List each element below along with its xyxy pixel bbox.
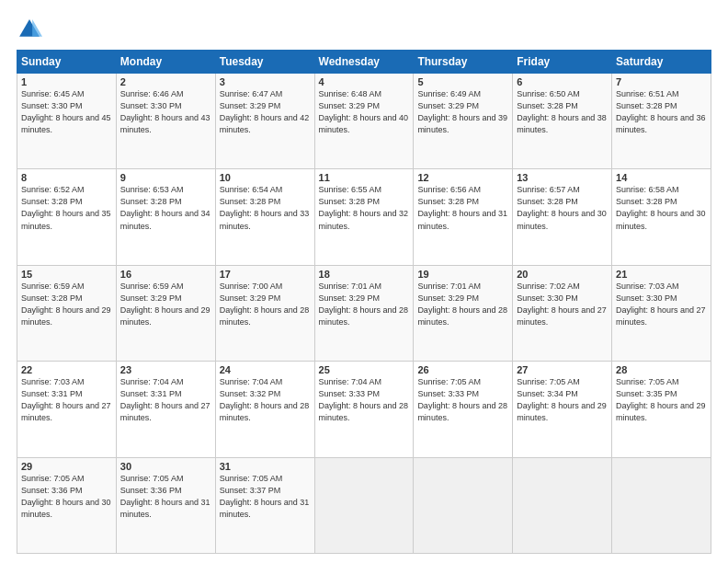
- svg-marker-1: [32, 19, 42, 37]
- calendar-cell: 11 Sunrise: 6:55 AM Sunset: 3:28 PM Dayl…: [314, 169, 414, 265]
- day-info: Sunrise: 6:55 AM Sunset: 3:28 PM Dayligh…: [319, 184, 410, 232]
- day-info: Sunrise: 7:03 AM Sunset: 3:30 PM Dayligh…: [616, 281, 707, 328]
- calendar-cell: 13 Sunrise: 6:57 AM Sunset: 3:28 PM Dayl…: [513, 169, 612, 265]
- day-info: Sunrise: 7:01 AM Sunset: 3:29 PM Dayligh…: [319, 281, 410, 328]
- calendar-cell: 3 Sunrise: 6:47 AM Sunset: 3:29 PM Dayli…: [215, 74, 314, 169]
- calendar-cell: 8 Sunrise: 6:52 AM Sunset: 3:28 PM Dayli…: [17, 169, 117, 265]
- page: SundayMondayTuesdayWednesdayThursdayFrid…: [0, 0, 728, 563]
- calendar-week-row: 1 Sunrise: 6:45 AM Sunset: 3:30 PM Dayli…: [17, 74, 711, 169]
- calendar-day-header: Sunday: [17, 51, 117, 74]
- calendar-week-row: 29 Sunrise: 7:05 AM Sunset: 3:36 PM Dayl…: [17, 457, 711, 553]
- day-info: Sunrise: 6:48 AM Sunset: 3:29 PM Dayligh…: [319, 88, 410, 136]
- calendar-cell: 12 Sunrise: 6:56 AM Sunset: 3:28 PM Dayl…: [414, 169, 513, 265]
- day-info: Sunrise: 6:49 AM Sunset: 3:29 PM Dayligh…: [417, 88, 508, 136]
- day-number: 6: [517, 76, 608, 87]
- calendar-cell: [314, 457, 414, 553]
- calendar-cell: 20 Sunrise: 7:02 AM Sunset: 3:30 PM Dayl…: [513, 265, 612, 361]
- calendar-cell: 25 Sunrise: 7:04 AM Sunset: 3:33 PM Dayl…: [314, 362, 414, 457]
- calendar-cell: 26 Sunrise: 7:05 AM Sunset: 3:33 PM Dayl…: [414, 362, 513, 457]
- calendar-day-header: Tuesday: [215, 51, 314, 74]
- day-number: 12: [417, 172, 508, 183]
- day-info: Sunrise: 7:04 AM Sunset: 3:31 PM Dayligh…: [120, 376, 211, 424]
- calendar-cell: 24 Sunrise: 7:04 AM Sunset: 3:32 PM Dayl…: [215, 362, 314, 457]
- calendar-cell: 19 Sunrise: 7:01 AM Sunset: 3:29 PM Dayl…: [414, 265, 513, 361]
- day-number: 8: [21, 172, 112, 183]
- calendar-week-row: 15 Sunrise: 6:59 AM Sunset: 3:28 PM Dayl…: [17, 265, 711, 361]
- day-number: 4: [319, 76, 410, 87]
- day-number: 11: [319, 172, 410, 183]
- day-number: 27: [517, 364, 608, 375]
- day-number: 19: [417, 269, 508, 280]
- day-number: 13: [517, 172, 608, 183]
- day-info: Sunrise: 6:52 AM Sunset: 3:28 PM Dayligh…: [21, 184, 112, 232]
- day-number: 9: [120, 172, 211, 183]
- day-info: Sunrise: 7:04 AM Sunset: 3:32 PM Dayligh…: [220, 376, 311, 424]
- day-number: 2: [120, 76, 211, 87]
- calendar-header-row: SundayMondayTuesdayWednesdayThursdayFrid…: [17, 51, 711, 74]
- calendar-cell: 17 Sunrise: 7:00 AM Sunset: 3:29 PM Dayl…: [215, 265, 314, 361]
- day-number: 16: [120, 269, 211, 280]
- day-info: Sunrise: 6:50 AM Sunset: 3:28 PM Dayligh…: [517, 88, 608, 136]
- day-info: Sunrise: 7:05 AM Sunset: 3:34 PM Dayligh…: [517, 376, 608, 424]
- day-info: Sunrise: 7:05 AM Sunset: 3:36 PM Dayligh…: [21, 473, 112, 521]
- day-info: Sunrise: 7:04 AM Sunset: 3:33 PM Dayligh…: [319, 376, 410, 424]
- day-number: 17: [220, 269, 311, 280]
- day-info: Sunrise: 7:03 AM Sunset: 3:31 PM Dayligh…: [21, 376, 112, 424]
- day-info: Sunrise: 6:59 AM Sunset: 3:28 PM Dayligh…: [21, 281, 112, 328]
- calendar-cell: 23 Sunrise: 7:04 AM Sunset: 3:31 PM Dayl…: [116, 362, 215, 457]
- calendar-day-header: Saturday: [612, 51, 711, 74]
- day-number: 20: [517, 269, 608, 280]
- day-info: Sunrise: 6:57 AM Sunset: 3:28 PM Dayligh…: [517, 184, 608, 232]
- calendar-cell: 15 Sunrise: 6:59 AM Sunset: 3:28 PM Dayl…: [17, 265, 117, 361]
- calendar-cell: 2 Sunrise: 6:46 AM Sunset: 3:30 PM Dayli…: [116, 74, 215, 169]
- calendar-cell: 5 Sunrise: 6:49 AM Sunset: 3:29 PM Dayli…: [414, 74, 513, 169]
- day-info: Sunrise: 7:02 AM Sunset: 3:30 PM Dayligh…: [517, 281, 608, 328]
- calendar-cell: 30 Sunrise: 7:05 AM Sunset: 3:36 PM Dayl…: [116, 457, 215, 553]
- day-info: Sunrise: 6:54 AM Sunset: 3:28 PM Dayligh…: [220, 184, 311, 232]
- day-number: 1: [21, 76, 112, 87]
- calendar-cell: 6 Sunrise: 6:50 AM Sunset: 3:28 PM Dayli…: [513, 74, 612, 169]
- day-number: 3: [220, 76, 311, 87]
- day-number: 18: [319, 269, 410, 280]
- day-info: Sunrise: 7:05 AM Sunset: 3:35 PM Dayligh…: [616, 376, 707, 424]
- logo-icon: [17, 17, 42, 42]
- calendar-cell: 28 Sunrise: 7:05 AM Sunset: 3:35 PM Dayl…: [612, 362, 711, 457]
- day-info: Sunrise: 6:59 AM Sunset: 3:29 PM Dayligh…: [120, 281, 211, 328]
- day-number: 31: [220, 461, 311, 472]
- logo: [17, 17, 46, 42]
- day-info: Sunrise: 6:53 AM Sunset: 3:28 PM Dayligh…: [120, 184, 211, 232]
- day-number: 14: [616, 172, 707, 183]
- calendar-week-row: 8 Sunrise: 6:52 AM Sunset: 3:28 PM Dayli…: [17, 169, 711, 265]
- day-info: Sunrise: 6:56 AM Sunset: 3:28 PM Dayligh…: [417, 184, 508, 232]
- calendar-cell: 4 Sunrise: 6:48 AM Sunset: 3:29 PM Dayli…: [314, 74, 414, 169]
- calendar-cell: 27 Sunrise: 7:05 AM Sunset: 3:34 PM Dayl…: [513, 362, 612, 457]
- day-info: Sunrise: 7:05 AM Sunset: 3:36 PM Dayligh…: [120, 473, 211, 521]
- calendar-day-header: Friday: [513, 51, 612, 74]
- day-number: 5: [417, 76, 508, 87]
- day-info: Sunrise: 7:05 AM Sunset: 3:33 PM Dayligh…: [417, 376, 508, 424]
- calendar-cell: 14 Sunrise: 6:58 AM Sunset: 3:28 PM Dayl…: [612, 169, 711, 265]
- day-info: Sunrise: 7:05 AM Sunset: 3:37 PM Dayligh…: [220, 473, 311, 521]
- day-number: 26: [417, 364, 508, 375]
- calendar-cell: 22 Sunrise: 7:03 AM Sunset: 3:31 PM Dayl…: [17, 362, 117, 457]
- calendar-day-header: Monday: [116, 51, 215, 74]
- header: [17, 17, 711, 42]
- day-number: 23: [120, 364, 211, 375]
- day-number: 30: [120, 461, 211, 472]
- calendar-cell: 10 Sunrise: 6:54 AM Sunset: 3:28 PM Dayl…: [215, 169, 314, 265]
- day-info: Sunrise: 6:47 AM Sunset: 3:29 PM Dayligh…: [220, 88, 311, 136]
- calendar-table: SundayMondayTuesdayWednesdayThursdayFrid…: [17, 50, 711, 554]
- day-number: 25: [319, 364, 410, 375]
- day-number: 7: [616, 76, 707, 87]
- calendar-cell: [414, 457, 513, 553]
- calendar-cell: 18 Sunrise: 7:01 AM Sunset: 3:29 PM Dayl…: [314, 265, 414, 361]
- day-info: Sunrise: 6:46 AM Sunset: 3:30 PM Dayligh…: [120, 88, 211, 136]
- calendar-day-header: Wednesday: [314, 51, 414, 74]
- day-number: 28: [616, 364, 707, 375]
- calendar-cell: 31 Sunrise: 7:05 AM Sunset: 3:37 PM Dayl…: [215, 457, 314, 553]
- day-number: 22: [21, 364, 112, 375]
- calendar-cell: [612, 457, 711, 553]
- calendar-cell: 16 Sunrise: 6:59 AM Sunset: 3:29 PM Dayl…: [116, 265, 215, 361]
- day-info: Sunrise: 7:01 AM Sunset: 3:29 PM Dayligh…: [417, 281, 508, 328]
- calendar-cell: 1 Sunrise: 6:45 AM Sunset: 3:30 PM Dayli…: [17, 74, 117, 169]
